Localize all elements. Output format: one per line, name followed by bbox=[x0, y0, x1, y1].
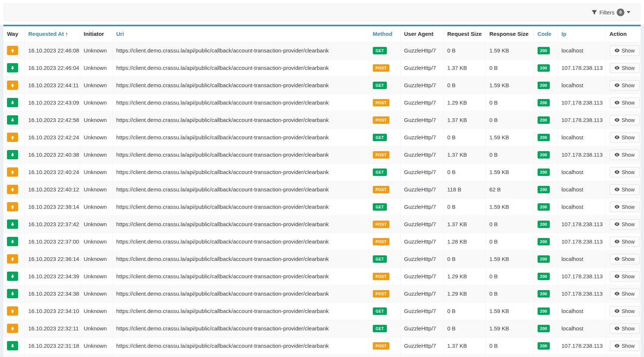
status-code-badge: 200 bbox=[538, 116, 550, 124]
show-button[interactable]: Show bbox=[610, 63, 640, 73]
show-button[interactable]: Show bbox=[610, 341, 640, 351]
requested-at-cell: 16.10.2023 22:42:58 bbox=[24, 111, 80, 129]
way-cell bbox=[3, 42, 24, 59]
way-cell bbox=[3, 215, 24, 233]
method-badge: GET bbox=[373, 47, 387, 54]
action-cell: Show bbox=[606, 181, 641, 198]
column-label: Way bbox=[7, 31, 18, 37]
table-row-partial bbox=[3, 354, 641, 357]
method-badge: GET bbox=[373, 169, 387, 176]
show-button-label: Show bbox=[622, 187, 635, 193]
way-cell bbox=[3, 337, 24, 354]
initiator-cell: Unknown bbox=[80, 337, 112, 354]
way-down-badge bbox=[7, 63, 18, 72]
initiator-cell: Unknown bbox=[80, 94, 112, 111]
log-table-body: 16.10.2023 22:46:08 Unknown https://clie… bbox=[3, 42, 641, 357]
column-header-code[interactable]: Code bbox=[534, 26, 558, 42]
show-button[interactable]: Show bbox=[610, 237, 640, 247]
user-agent-cell: GuzzleHttp/7 bbox=[400, 42, 443, 59]
show-button[interactable]: Show bbox=[610, 323, 640, 334]
column-header-ip[interactable]: Ip bbox=[558, 26, 606, 42]
way-up-badge bbox=[7, 306, 18, 316]
user-agent-cell: GuzzleHttp/7 bbox=[400, 285, 443, 302]
method-cell: POST bbox=[369, 215, 400, 233]
way-down-badge bbox=[7, 341, 18, 350]
response-size-cell: 0 B bbox=[485, 337, 534, 354]
method-badge: POST bbox=[373, 116, 390, 124]
ip-cell: localhost bbox=[558, 42, 606, 59]
requested-at-cell: 16.10.2023 22:37:00 bbox=[24, 233, 80, 250]
column-label: User Agent bbox=[404, 31, 433, 37]
show-button[interactable]: Show bbox=[610, 45, 640, 56]
show-button[interactable]: Show bbox=[610, 219, 640, 229]
arrow-down-icon bbox=[10, 291, 15, 296]
initiator-cell: Unknown bbox=[80, 163, 112, 181]
method-badge: POST bbox=[373, 186, 390, 193]
show-button[interactable]: Show bbox=[610, 202, 640, 212]
way-cell bbox=[3, 111, 24, 129]
way-up-badge bbox=[7, 167, 18, 177]
ip-cell: 107.178.238.113 bbox=[558, 59, 606, 76]
show-button[interactable]: Show bbox=[610, 289, 640, 299]
uri-cell: https://client.demo.crassu.la/api/public… bbox=[112, 163, 369, 181]
requested-at-cell: 16.10.2023 22:42:24 bbox=[24, 129, 80, 146]
show-button[interactable]: Show bbox=[610, 132, 640, 143]
eye-icon bbox=[614, 153, 620, 157]
show-button-label: Show bbox=[622, 48, 635, 54]
show-button[interactable]: Show bbox=[610, 254, 640, 264]
method-cell: POST bbox=[369, 285, 400, 302]
show-button[interactable]: Show bbox=[610, 167, 640, 177]
show-button-label: Show bbox=[622, 221, 635, 227]
user-agent-cell: GuzzleHttp/7 bbox=[400, 59, 443, 76]
column-header-requested_at[interactable]: Requested At↑ bbox=[24, 26, 80, 42]
column-label: Requested At bbox=[28, 31, 64, 37]
uri-cell: https://client.demo.crassu.la/api/public… bbox=[112, 59, 369, 76]
show-button[interactable]: Show bbox=[610, 150, 640, 160]
requested-at-cell: 16.10.2023 22:40:38 bbox=[24, 146, 80, 163]
request-size-cell: 0 B bbox=[443, 42, 485, 59]
ip-cell: 107.178.238.113 bbox=[558, 337, 606, 354]
status-code-badge: 200 bbox=[538, 273, 550, 280]
uri-cell: https://client.demo.crassu.la/api/public… bbox=[112, 111, 369, 129]
filter-funnel-icon bbox=[592, 10, 597, 15]
eye-icon bbox=[614, 118, 620, 122]
show-button[interactable]: Show bbox=[610, 115, 640, 125]
action-cell: Show bbox=[606, 163, 641, 181]
column-header-uri[interactable]: Uri bbox=[112, 26, 369, 42]
uri-cell: https://client.demo.crassu.la/api/public… bbox=[112, 285, 369, 302]
show-button[interactable]: Show bbox=[610, 271, 640, 282]
response-size-cell: 1.59 KB bbox=[485, 320, 534, 337]
show-button[interactable]: Show bbox=[610, 306, 640, 316]
arrow-down-icon bbox=[10, 274, 15, 279]
request-size-cell: 1.37 KB bbox=[443, 146, 485, 163]
response-size-cell: 1.59 KB bbox=[485, 76, 534, 94]
initiator-cell: Unknown bbox=[80, 268, 112, 285]
method-cell: POST bbox=[369, 59, 400, 76]
show-button-label: Show bbox=[622, 65, 635, 71]
show-button[interactable]: Show bbox=[610, 98, 640, 108]
table-row: 16.10.2023 22:38:14 Unknown https://clie… bbox=[3, 198, 641, 215]
request-size-cell: 0 B bbox=[443, 198, 485, 215]
code-cell: 200 bbox=[534, 181, 558, 198]
user-agent-cell: GuzzleHttp/7 bbox=[400, 146, 443, 163]
initiator-cell: Unknown bbox=[80, 111, 112, 129]
request-size-cell: 1.28 KB bbox=[443, 233, 485, 250]
table-row: 16.10.2023 22:32:11 Unknown https://clie… bbox=[3, 320, 641, 337]
page-header-area: Filters 0 bbox=[0, 0, 644, 25]
arrow-up-icon bbox=[10, 204, 15, 210]
way-up-badge bbox=[7, 81, 18, 90]
show-button[interactable]: Show bbox=[610, 184, 640, 195]
way-cell bbox=[3, 146, 24, 163]
code-cell: 200 bbox=[534, 111, 558, 129]
column-label: Request Size bbox=[447, 31, 482, 37]
show-button-label: Show bbox=[622, 343, 635, 349]
eye-icon bbox=[614, 101, 620, 105]
request-size-cell: 1.29 KB bbox=[443, 285, 485, 302]
way-up-badge bbox=[7, 46, 18, 55]
filters-dropdown-toggle[interactable]: Filters 0 bbox=[592, 8, 630, 16]
column-header-request_size: Request Size bbox=[443, 26, 485, 42]
show-button[interactable]: Show bbox=[610, 80, 640, 91]
column-header-method[interactable]: Method bbox=[369, 26, 400, 42]
table-row: 16.10.2023 22:34:10 Unknown https://clie… bbox=[3, 302, 641, 320]
method-badge: POST bbox=[373, 273, 390, 280]
